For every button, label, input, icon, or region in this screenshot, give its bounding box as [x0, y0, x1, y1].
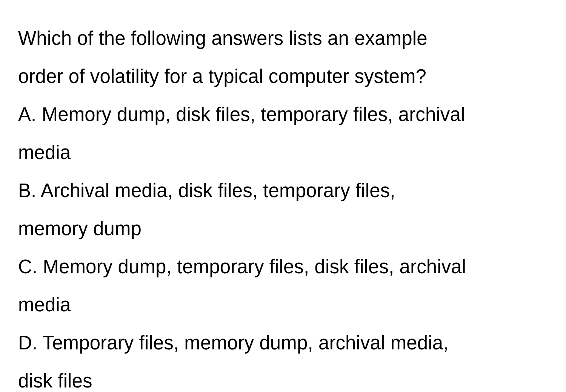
- option-a-line-1: A. Memory dump, disk files, temporary fi…: [18, 96, 551, 134]
- option-c-line-1: C. Memory dump, temporary files, disk fi…: [18, 248, 551, 286]
- option-d-line-2: disk files: [18, 362, 551, 392]
- question-text-line-1: Which of the following answers lists an …: [18, 20, 551, 58]
- question-text-line-2: order of volatility for a typical comput…: [18, 58, 551, 96]
- option-a-line-2: media: [18, 134, 551, 172]
- option-c-line-2: media: [18, 286, 551, 324]
- option-b-line-1: B. Archival media, disk files, temporary…: [18, 172, 551, 210]
- option-d-line-1: D. Temporary files, memory dump, archiva…: [18, 324, 551, 362]
- question-page: Which of the following answers lists an …: [0, 0, 566, 392]
- option-b-line-2: memory dump: [18, 210, 551, 248]
